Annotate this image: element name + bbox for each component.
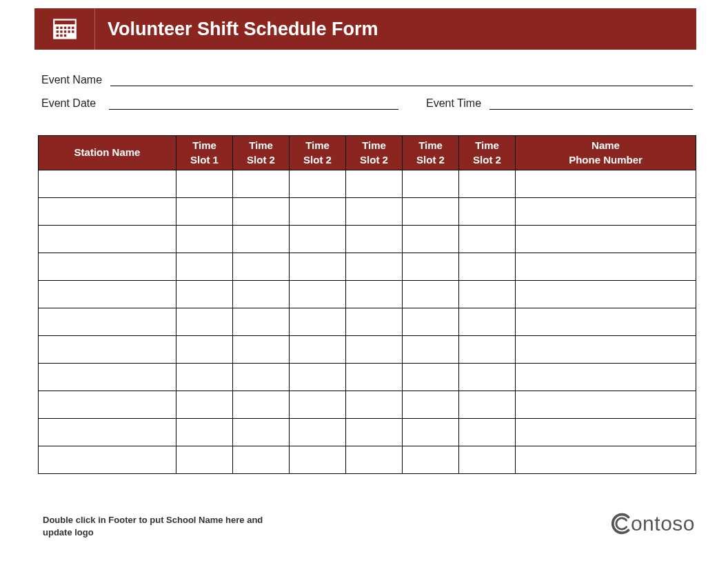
- table-cell[interactable]: [459, 170, 516, 198]
- table-cell[interactable]: [459, 253, 516, 281]
- table-cell[interactable]: [516, 170, 696, 198]
- table-cell[interactable]: [233, 281, 290, 308]
- table-cell[interactable]: [290, 281, 346, 308]
- footer-note[interactable]: Double click in Footer to put School Nam…: [43, 514, 263, 538]
- table-cell[interactable]: [39, 391, 176, 419]
- table-cell[interactable]: [403, 308, 459, 336]
- table-cell[interactable]: [290, 419, 346, 446]
- table-cell[interactable]: [176, 281, 233, 308]
- table-cell[interactable]: [403, 419, 459, 446]
- table-cell[interactable]: [346, 336, 403, 364]
- table-cell[interactable]: [233, 170, 290, 198]
- table-cell[interactable]: [176, 419, 233, 446]
- table-cell[interactable]: [290, 446, 346, 474]
- table-cell[interactable]: [233, 226, 290, 253]
- table-cell[interactable]: [176, 391, 233, 419]
- table-cell[interactable]: [459, 364, 516, 391]
- table-cell[interactable]: [39, 308, 176, 336]
- table-cell[interactable]: [346, 391, 403, 419]
- table-cell[interactable]: [346, 364, 403, 391]
- table-cell[interactable]: [516, 391, 696, 419]
- table-cell[interactable]: [403, 391, 459, 419]
- table-cell[interactable]: [459, 198, 516, 226]
- table-cell[interactable]: [459, 281, 516, 308]
- table-cell[interactable]: [290, 364, 346, 391]
- table-row: [39, 419, 696, 446]
- table-cell[interactable]: [403, 226, 459, 253]
- table-cell[interactable]: [233, 308, 290, 336]
- table-cell[interactable]: [176, 198, 233, 226]
- table-cell[interactable]: [290, 170, 346, 198]
- table-cell[interactable]: [516, 446, 696, 474]
- table-cell[interactable]: [403, 198, 459, 226]
- table-cell[interactable]: [290, 308, 346, 336]
- table-cell[interactable]: [459, 336, 516, 364]
- table-cell[interactable]: [403, 364, 459, 391]
- event-date-input[interactable]: [109, 96, 398, 110]
- table-cell[interactable]: [346, 419, 403, 446]
- table-cell[interactable]: [403, 170, 459, 198]
- svg-rect-8: [56, 30, 58, 32]
- table-cell[interactable]: [346, 170, 403, 198]
- table-cell[interactable]: [290, 391, 346, 419]
- table-cell[interactable]: [39, 336, 176, 364]
- table-cell[interactable]: [403, 446, 459, 474]
- event-time-input[interactable]: [489, 96, 693, 110]
- table-cell[interactable]: [459, 308, 516, 336]
- logo-text: ontoso: [631, 512, 695, 535]
- table-cell[interactable]: [516, 419, 696, 446]
- table-cell[interactable]: [346, 198, 403, 226]
- table-cell[interactable]: [39, 419, 176, 446]
- table-cell[interactable]: [233, 198, 290, 226]
- table-cell[interactable]: [346, 253, 403, 281]
- table-cell[interactable]: [176, 170, 233, 198]
- table-cell[interactable]: [516, 253, 696, 281]
- table-cell[interactable]: [516, 281, 696, 308]
- table-cell[interactable]: [233, 446, 290, 474]
- table-cell[interactable]: [233, 336, 290, 364]
- table-cell[interactable]: [176, 253, 233, 281]
- table-cell[interactable]: [516, 226, 696, 253]
- table-cell[interactable]: [290, 336, 346, 364]
- table-cell[interactable]: [290, 226, 346, 253]
- table-cell[interactable]: [39, 446, 176, 474]
- table-cell[interactable]: [516, 308, 696, 336]
- table-cell[interactable]: [516, 336, 696, 364]
- table-cell[interactable]: [290, 253, 346, 281]
- table-cell[interactable]: [346, 226, 403, 253]
- table-cell[interactable]: [176, 446, 233, 474]
- header-bar: Volunteer Shift Schedule Form: [34, 8, 696, 50]
- table-cell[interactable]: [176, 308, 233, 336]
- table-cell[interactable]: [233, 391, 290, 419]
- table-cell[interactable]: [459, 446, 516, 474]
- table-cell[interactable]: [516, 364, 696, 391]
- table-cell[interactable]: [39, 226, 176, 253]
- table-cell[interactable]: [39, 170, 176, 198]
- svg-rect-13: [56, 34, 58, 37]
- table-cell[interactable]: [39, 281, 176, 308]
- table-cell[interactable]: [233, 364, 290, 391]
- table-cell[interactable]: [176, 364, 233, 391]
- table-cell[interactable]: [176, 226, 233, 253]
- table-cell[interactable]: [346, 308, 403, 336]
- table-cell[interactable]: [459, 226, 516, 253]
- table-cell[interactable]: [459, 419, 516, 446]
- svg-rect-11: [68, 30, 70, 32]
- table-cell[interactable]: [176, 336, 233, 364]
- table-cell[interactable]: [39, 198, 176, 226]
- table-cell[interactable]: [346, 281, 403, 308]
- table-row: [39, 308, 696, 336]
- table-cell[interactable]: [39, 253, 176, 281]
- table-cell[interactable]: [233, 253, 290, 281]
- table-cell[interactable]: [346, 446, 403, 474]
- table-cell[interactable]: [403, 336, 459, 364]
- table-cell[interactable]: [516, 198, 696, 226]
- event-name-input[interactable]: [110, 72, 693, 86]
- table-cell[interactable]: [233, 419, 290, 446]
- table-cell[interactable]: [403, 253, 459, 281]
- table-cell[interactable]: [39, 364, 176, 391]
- table-cell[interactable]: [403, 281, 459, 308]
- table-cell[interactable]: [459, 391, 516, 419]
- table-cell[interactable]: [290, 198, 346, 226]
- event-name-row: Event Name: [41, 72, 693, 86]
